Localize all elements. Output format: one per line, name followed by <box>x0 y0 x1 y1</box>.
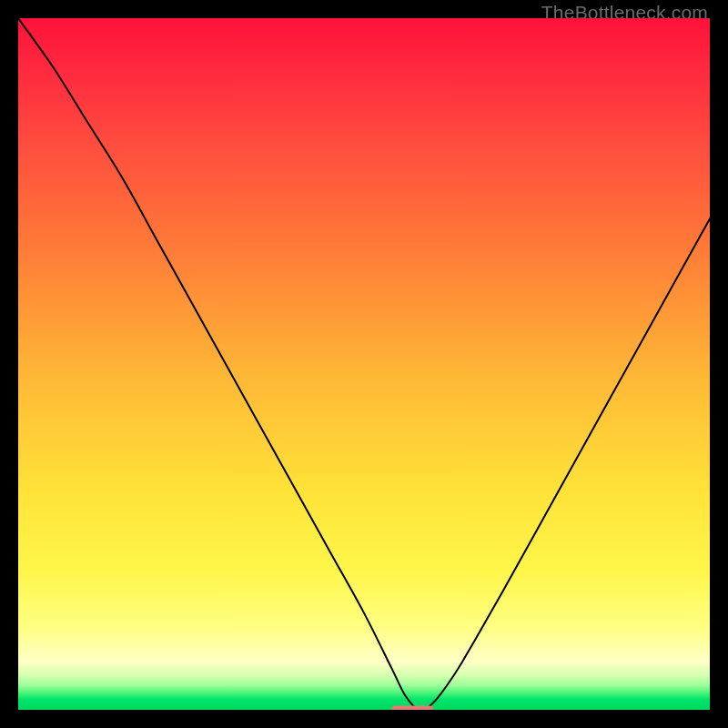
curve-svg <box>18 18 710 710</box>
plot-area <box>18 18 710 710</box>
chart-frame: TheBottleneck.com <box>0 0 728 728</box>
bottleneck-curve <box>18 18 710 710</box>
optimal-marker <box>391 705 433 710</box>
